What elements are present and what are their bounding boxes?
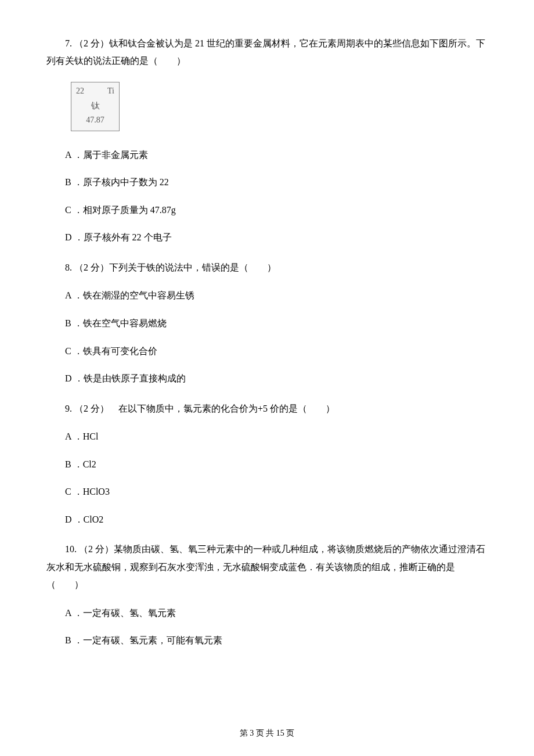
element-symbol: Ti (107, 85, 114, 98)
option-d: D ．原子核外有 22 个电子 (46, 230, 488, 245)
option-c: C ．HClO3 (46, 484, 488, 499)
question-9: 9. （2 分） 在以下物质中，氯元素的化合价为+5 价的是（ ） A ．HCl… (46, 400, 488, 527)
option-a: A ．属于非金属元素 (46, 147, 488, 163)
option-a: A ．一定有碳、氢、氧元素 (46, 606, 488, 621)
periodic-element-box: 22 Ti 钛 47.87 (71, 82, 120, 131)
element-name: 钛 (74, 99, 117, 113)
question-text: 8. （2 分）下列关于铁的说法中，错误的是（ ） (46, 259, 488, 276)
option-c: C ．铁具有可变化合价 (46, 344, 488, 359)
page-footer: 第 3 页 共 15 页 (0, 727, 534, 740)
option-b: B ．一定有碳、氢元素，可能有氧元素 (46, 633, 488, 648)
element-row1: 22 Ti (74, 85, 117, 98)
option-a: A ．HCl (46, 429, 488, 444)
question-8: 8. （2 分）下列关于铁的说法中，错误的是（ ） A ．铁在潮湿的空气中容易生… (46, 259, 488, 386)
question-10: 10. （2 分）某物质由碳、氢、氧三种元素中的一种或几种组成，将该物质燃烧后的… (46, 541, 488, 647)
option-d: D ．ClO2 (46, 512, 488, 527)
option-b: B ．Cl2 (46, 457, 488, 472)
question-text: 10. （2 分）某物质由碳、氢、氧三种元素中的一种或几种组成，将该物质燃烧后的… (46, 541, 488, 593)
question-text: 7. （2 分）钛和钛合金被认为是 21 世纪的重要金属材料，它在元素周期表中的… (46, 35, 488, 70)
option-c: C ．相对原子质量为 47.87g (46, 203, 488, 218)
option-b: B ．铁在空气中容易燃烧 (46, 316, 488, 331)
option-d: D ．铁是由铁原子直接构成的 (46, 371, 488, 386)
question-7: 7. （2 分）钛和钛合金被认为是 21 世纪的重要金属材料，它在元素周期表中的… (46, 35, 488, 245)
option-a: A ．铁在潮湿的空气中容易生锈 (46, 288, 488, 303)
option-b: B ．原子核内中子数为 22 (46, 175, 488, 190)
question-text: 9. （2 分） 在以下物质中，氯元素的化合价为+5 价的是（ ） (46, 400, 488, 417)
atomic-mass: 47.87 (74, 114, 117, 127)
atomic-number: 22 (76, 85, 84, 98)
